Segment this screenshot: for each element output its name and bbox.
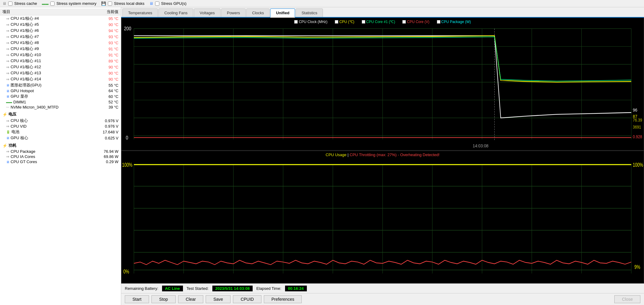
list-item[interactable]: 🖥 GPU 核心 0.625 V bbox=[0, 135, 121, 141]
item-name: ⇒ CPU #1/核心 #13 bbox=[6, 70, 41, 76]
list-item[interactable]: ⇒ CPU #1/核心 #7 93 °C bbox=[0, 34, 121, 40]
legend-clock: CPU Clock (MHz) bbox=[294, 20, 327, 24]
preferences-button[interactable]: Preferences bbox=[264, 295, 302, 303]
list-item[interactable]: ⇒ CPU #1/核心 #5 90 °C bbox=[0, 22, 121, 28]
item-name: ⇒ CPU #1/核心 #10 bbox=[6, 52, 41, 58]
item-name: 🖥 GPU 核心 bbox=[6, 135, 28, 141]
list-item[interactable]: 🖥 CPU GT Cores 0.29 W bbox=[0, 159, 121, 164]
item-value: 55 °C bbox=[108, 83, 118, 88]
item-value: 94 °C bbox=[108, 28, 118, 33]
tab-powers[interactable]: Powers bbox=[221, 8, 246, 17]
list-item[interactable]: 🖥 GPU 显存 60 °C bbox=[0, 93, 121, 99]
item-value: 0.976 V bbox=[105, 119, 118, 123]
stress-mem-checkbox[interactable] bbox=[50, 2, 55, 6]
list-item[interactable]: ⇒ CPU #1/核心 #6 94 °C bbox=[0, 28, 121, 34]
legend-pkg-w: CPU Package (W) bbox=[437, 20, 471, 24]
tabs-bar: Temperatures Cooling Fans Voltages Power… bbox=[121, 7, 644, 18]
voltage-label: 电压 bbox=[8, 112, 16, 117]
stress-cache-checkbox[interactable] bbox=[8, 2, 12, 6]
cpu-ia-cores-row[interactable]: ⇒ CPU IA Cores 69.86 W bbox=[0, 154, 121, 159]
list-item[interactable]: ▬▬ DIMM1 52 °C bbox=[0, 99, 121, 105]
item-value: 0.976 V bbox=[105, 124, 118, 129]
gpu-item-icon: 🖥 bbox=[6, 160, 9, 164]
chart2-svg: 100% 0% 100% 9% bbox=[121, 151, 644, 283]
list-item[interactable]: 🖥 GPU Hotspot 64 °C bbox=[0, 88, 121, 93]
gpu-item-icon: 🖥 bbox=[6, 95, 9, 98]
list-item[interactable]: ⇒ CPU #1/核心 #13 90 °C bbox=[0, 70, 121, 76]
cpu-arrow-icon: ⇒ bbox=[6, 149, 9, 154]
svg-text:0%: 0% bbox=[123, 268, 129, 275]
item-name: ⇒ CPU #1/核心 #4 bbox=[6, 16, 39, 21]
list-item[interactable]: ⇒ CPU #1/核心 #9 91 °C bbox=[0, 46, 121, 52]
tab-statistics[interactable]: Statistics bbox=[296, 8, 323, 17]
item-name: ⇒ CPU #1/核心 #11 bbox=[6, 58, 41, 64]
list-item[interactable]: ⇒ CPU #1/核心 #11 89 °C bbox=[0, 58, 121, 64]
voltage-items: ⇒ CPU 核心 0.976 V ⇒ CPU VID 0.976 V 🔋 电池 … bbox=[0, 118, 121, 141]
tab-cooling-fans[interactable]: Cooling Fans bbox=[158, 8, 193, 17]
legend-core-v: CPU Core (V) bbox=[402, 20, 429, 24]
stress-disks-checkbox[interactable] bbox=[108, 2, 112, 6]
chart2-container: CPU Usage | CPU Throttling (max: 27%) - … bbox=[121, 151, 644, 283]
item-value: 89 °C bbox=[108, 59, 118, 63]
battery-label: Remaining Battery: bbox=[125, 286, 158, 291]
cpu-usage-label: CPU Usage bbox=[326, 152, 347, 157]
list-item[interactable]: 🖥 图形处理器(GPU) 55 °C bbox=[0, 82, 121, 88]
elapsed-value: 00:16:24 bbox=[285, 286, 307, 291]
item-name: 🖥 GPU 显存 bbox=[6, 94, 28, 99]
cpuid-button[interactable]: CPUID bbox=[233, 295, 261, 303]
list-item[interactable]: ⇒ CPU #1/核心 #12 90 °C bbox=[0, 64, 121, 70]
tab-unified[interactable]: Unified bbox=[270, 8, 295, 18]
item-value: 39 °C bbox=[108, 105, 118, 109]
left-panel: 项目 当前值 ⇒ CPU #1/核心 #4 95 °C ⇒ CPU #1/核心 … bbox=[0, 7, 121, 305]
item-name: ▬▬ DIMM1 bbox=[6, 100, 26, 104]
right-panel: Temperatures Cooling Fans Voltages Power… bbox=[121, 7, 644, 305]
stress-bar: 🖥 Stress cache ▬▬ Stress system memory 💾… bbox=[0, 0, 644, 7]
item-value: 90 °C bbox=[108, 22, 118, 27]
chart1-svg: 200 0 14:03:08 96 87 bbox=[121, 18, 644, 150]
item-name: ⇒ CPU Package bbox=[6, 149, 35, 154]
item-value: 17.648 V bbox=[103, 130, 118, 134]
throttling-label: CPU Throttling (max: 27%) - Overheating … bbox=[350, 152, 440, 157]
tab-temperatures[interactable]: Temperatures bbox=[122, 8, 158, 17]
tab-clocks[interactable]: Clocks bbox=[246, 8, 270, 17]
stress-gpu-checkbox[interactable] bbox=[155, 2, 159, 6]
col-value-header: 当前值 bbox=[107, 9, 118, 15]
mem-icon: ▬▬ bbox=[42, 2, 48, 5]
stop-button[interactable]: Stop bbox=[151, 295, 176, 303]
item-name: ⇒ CPU #1/核心 #7 bbox=[6, 34, 39, 39]
cpu-arrow-icon: ⇒ bbox=[6, 41, 9, 45]
cpu-arrow-icon: ⇒ bbox=[6, 35, 9, 39]
svg-text:200: 200 bbox=[124, 26, 131, 31]
save-button[interactable]: Save bbox=[206, 295, 231, 303]
svg-text:0.928: 0.928 bbox=[633, 134, 642, 139]
svg-text:76.39: 76.39 bbox=[633, 118, 642, 122]
clear-button[interactable]: Clear bbox=[178, 295, 203, 303]
nvme-item-icon: 〰 bbox=[6, 106, 9, 109]
item-name: ⇒ CPU #1/核心 #8 bbox=[6, 40, 39, 45]
voltage-icon: ⚡ bbox=[2, 112, 7, 117]
list-item[interactable]: ⇒ CPU 核心 0.976 V bbox=[0, 118, 121, 124]
list-item[interactable]: 〰 NVMe Micron_3400_MTFD 39 °C bbox=[0, 105, 121, 110]
column-headers: 项目 当前值 bbox=[0, 8, 121, 15]
elapsed-label: Elapsed Time: bbox=[256, 286, 281, 291]
list-item[interactable]: ⇒ CPU #1/核心 #8 93 °C bbox=[0, 40, 121, 46]
list-item[interactable]: ⇒ CPU #1/核心 #4 95 °C bbox=[0, 15, 121, 22]
list-item[interactable]: 🔋 电池 17.648 V bbox=[0, 129, 121, 135]
list-item[interactable]: ⇒ CPU Package 76.94 W bbox=[0, 149, 121, 154]
cpu-arrow-icon: ⇒ bbox=[6, 65, 9, 69]
close-button[interactable]: Close bbox=[614, 295, 640, 303]
item-value: 93 °C bbox=[108, 35, 118, 39]
temp-items: ⇒ CPU #1/核心 #4 95 °C ⇒ CPU #1/核心 #5 90 °… bbox=[0, 15, 121, 110]
item-name: 🖥 CPU GT Cores bbox=[6, 159, 37, 164]
list-item[interactable]: ⇒ CPU VID 0.976 V bbox=[0, 124, 121, 129]
tab-voltages[interactable]: Voltages bbox=[194, 8, 221, 17]
list-item[interactable]: ⇒ CPU #1/核心 #10 91 °C bbox=[0, 52, 121, 58]
svg-text:0: 0 bbox=[126, 135, 128, 140]
start-button[interactable]: Start bbox=[125, 295, 149, 303]
cpu-arrow-icon: ⇒ bbox=[6, 28, 9, 33]
stress-cache-item: 🖥 Stress cache bbox=[2, 1, 37, 6]
cpu-arrow-icon: ⇒ bbox=[6, 124, 9, 129]
item-value: 93 °C bbox=[108, 41, 118, 45]
list-item[interactable]: ⇒ CPU #1/核心 #14 90 °C bbox=[0, 76, 121, 82]
chart1-container: CPU Clock (MHz) CPU (℃) CPU Core #1 (℃) … bbox=[121, 18, 644, 151]
